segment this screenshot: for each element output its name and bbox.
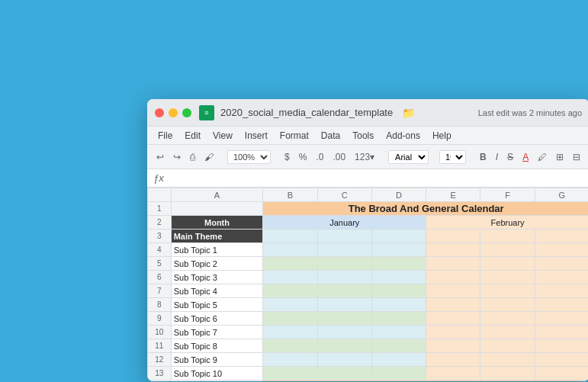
minimize-button[interactable] (169, 108, 178, 117)
col-header-a[interactable]: A (171, 188, 263, 202)
col-header-g[interactable]: G (535, 188, 588, 202)
r9-d[interactable] (371, 312, 426, 326)
row1-a[interactable] (171, 202, 263, 216)
r12-c[interactable] (317, 353, 371, 367)
menu-insert[interactable]: Insert (240, 129, 272, 143)
r6-d[interactable] (371, 271, 426, 284)
col-header-e[interactable]: E (426, 188, 480, 202)
r11-d[interactable] (371, 339, 426, 353)
r4-c[interactable] (317, 243, 371, 257)
r11-c[interactable] (317, 339, 371, 353)
r4-e[interactable] (426, 243, 480, 257)
menu-addons[interactable]: Add-ons (381, 129, 425, 143)
r13-e[interactable] (426, 367, 480, 380)
borders-button[interactable]: ⊞ (553, 150, 567, 164)
r9-f[interactable] (480, 312, 535, 326)
menu-edit[interactable]: Edit (180, 129, 205, 143)
r3-c[interactable] (317, 230, 371, 243)
menu-help[interactable]: Help (428, 129, 456, 143)
r8-c[interactable] (317, 298, 371, 312)
r4-d[interactable] (371, 243, 426, 257)
merge-button[interactable]: ⊟ (570, 150, 583, 164)
r5-e[interactable] (426, 257, 480, 271)
r8-g[interactable] (535, 298, 588, 312)
r6-g[interactable] (535, 271, 588, 284)
r10-e[interactable] (426, 326, 480, 339)
r8-b[interactable] (263, 298, 317, 312)
r8-e[interactable] (426, 298, 480, 312)
highlight-button[interactable]: 🖊 (535, 150, 550, 164)
r3-f[interactable] (480, 230, 535, 243)
r6-b[interactable] (263, 271, 317, 284)
r7-g[interactable] (535, 284, 588, 298)
font-size-select[interactable]: 10 (439, 150, 466, 164)
r5-g[interactable] (535, 257, 588, 271)
menu-view[interactable]: View (208, 129, 237, 143)
r7-f[interactable] (480, 284, 535, 298)
r3-b[interactable] (263, 230, 317, 243)
r5-f[interactable] (480, 257, 535, 271)
r13-b[interactable] (263, 367, 317, 380)
col-header-b[interactable]: B (263, 188, 317, 202)
r10-b[interactable] (263, 326, 317, 339)
r11-f[interactable] (480, 339, 535, 353)
col-header-c[interactable]: C (317, 188, 371, 202)
r12-f[interactable] (480, 353, 535, 367)
decimal-increase[interactable]: .00 (329, 150, 349, 164)
menu-file[interactable]: File (153, 129, 177, 143)
r7-d[interactable] (371, 284, 426, 298)
r9-g[interactable] (535, 312, 588, 326)
r12-d[interactable] (371, 353, 426, 367)
r7-c[interactable] (317, 284, 371, 298)
r13-c[interactable] (317, 367, 371, 380)
r7-b[interactable] (263, 284, 317, 298)
menu-tools[interactable]: Tools (348, 129, 378, 143)
zoom-select[interactable]: 100% (227, 150, 271, 164)
r10-c[interactable] (317, 326, 371, 339)
percent-button[interactable]: % (296, 150, 310, 164)
col-header-f[interactable]: F (480, 188, 535, 202)
r11-b[interactable] (263, 339, 317, 353)
strikethrough-button[interactable]: S (504, 150, 516, 164)
menu-format[interactable]: Format (275, 129, 313, 143)
r6-e[interactable] (426, 271, 480, 284)
undo-button[interactable]: ↩ (153, 150, 167, 164)
r5-d[interactable] (371, 257, 426, 271)
r6-c[interactable] (317, 271, 371, 284)
r13-g[interactable] (535, 367, 588, 380)
r4-g[interactable] (535, 243, 588, 257)
paint-format-button[interactable]: 🖌 (201, 150, 217, 164)
underline-button[interactable]: A (519, 150, 532, 164)
r14-a[interactable] (171, 380, 263, 382)
maximize-button[interactable] (182, 108, 191, 117)
close-button[interactable] (155, 108, 164, 117)
r8-d[interactable] (371, 298, 426, 312)
bold-button[interactable]: B (477, 150, 490, 164)
r12-g[interactable] (535, 353, 588, 367)
r3-g[interactable] (535, 230, 588, 243)
r8-f[interactable] (480, 298, 535, 312)
r3-e[interactable] (426, 230, 480, 243)
font-select[interactable]: Arial (388, 150, 429, 164)
r6-f[interactable] (480, 271, 535, 284)
decimal-decrease[interactable]: .0 (313, 150, 326, 164)
r4-f[interactable] (480, 243, 535, 257)
redo-button[interactable]: ↪ (170, 150, 184, 164)
r9-b[interactable] (263, 312, 317, 326)
r5-b[interactable] (263, 257, 317, 271)
r13-d[interactable] (371, 367, 426, 380)
print-button[interactable]: ⎙ (187, 150, 198, 164)
r11-e[interactable] (426, 339, 480, 353)
r10-g[interactable] (535, 326, 588, 339)
r3-d[interactable] (371, 230, 426, 243)
number-format[interactable]: 123▾ (352, 150, 378, 164)
menu-data[interactable]: Data (316, 129, 345, 143)
r11-g[interactable] (535, 339, 588, 353)
r13-f[interactable] (480, 367, 535, 380)
r5-c[interactable] (317, 257, 371, 271)
r9-c[interactable] (317, 312, 371, 326)
italic-button[interactable]: I (493, 150, 501, 164)
r4-b[interactable] (263, 243, 317, 257)
r7-e[interactable] (426, 284, 480, 298)
r12-e[interactable] (426, 353, 480, 367)
